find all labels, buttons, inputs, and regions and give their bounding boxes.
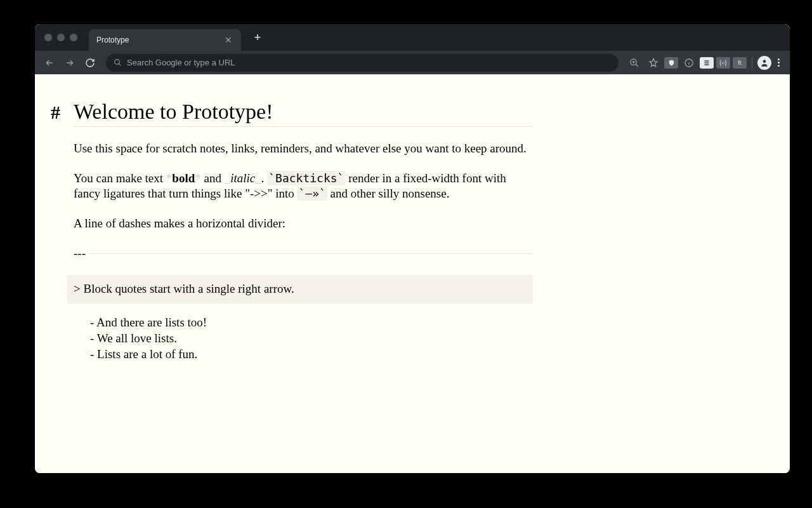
- hr-line: [88, 253, 533, 254]
- close-window-icon[interactable]: [44, 34, 52, 41]
- extension-ft-icon[interactable]: ft: [733, 57, 747, 69]
- close-tab-icon[interactable]: ✕: [223, 35, 233, 45]
- list-item[interactable]: Lists are a lot of fun.: [90, 347, 533, 363]
- bookmark-icon[interactable]: [645, 55, 662, 71]
- bold-marker-close: *: [195, 171, 201, 185]
- paragraph-intro[interactable]: Use this space for scratch notes, links,…: [74, 141, 533, 157]
- horizontal-rule[interactable]: ---: [74, 246, 533, 262]
- toolbar-divider: [752, 57, 752, 69]
- profile-avatar[interactable]: [757, 56, 771, 70]
- search-icon: [114, 58, 122, 67]
- page-title[interactable]: Welcome to Prototype!: [74, 100, 533, 127]
- back-button[interactable]: [41, 55, 58, 71]
- info-icon[interactable]: [681, 55, 697, 71]
- reload-button[interactable]: [82, 55, 98, 71]
- italic-text: italic: [230, 171, 255, 185]
- extension-reader-icon[interactable]: [700, 57, 714, 69]
- new-tab-button[interactable]: +: [250, 31, 265, 44]
- document-body[interactable]: Use this space for scratch notes, links,…: [74, 141, 533, 362]
- browser-tab[interactable]: Prototype ✕: [89, 29, 241, 51]
- list-item[interactable]: And there are lists too!: [90, 315, 533, 331]
- window-controls[interactable]: [44, 34, 77, 41]
- blockquote[interactable]: > Block quotes start with a single right…: [67, 275, 533, 304]
- document: # Welcome to Prototype! Use this space f…: [51, 100, 533, 362]
- forward-button[interactable]: [62, 55, 78, 71]
- italic-marker-close: _: [255, 171, 261, 185]
- bold-marker-open: *: [166, 171, 173, 185]
- omnibox-placeholder: Search Google or type a URL: [127, 58, 235, 67]
- list-item[interactable]: We all love lists.: [90, 331, 533, 347]
- browser-window: Prototype ✕ + Search Google or type a UR…: [35, 24, 790, 473]
- extension-braces-icon[interactable]: {=}: [716, 57, 730, 69]
- bold-text: bold: [172, 171, 195, 185]
- bullet-list[interactable]: And there are lists too! We all love lis…: [90, 315, 533, 362]
- tab-bar: Prototype ✕ +: [35, 24, 790, 51]
- maximize-window-icon[interactable]: [70, 34, 77, 41]
- minimize-window-icon[interactable]: [57, 34, 65, 41]
- extension-shield-icon[interactable]: [664, 57, 678, 69]
- toolbar-right: {=} ft: [626, 55, 783, 71]
- heading-row: # Welcome to Prototype!: [51, 100, 533, 127]
- zoom-icon[interactable]: [626, 55, 643, 71]
- code-span-2: `—»`: [297, 186, 327, 201]
- svg-point-3: [763, 60, 766, 63]
- address-bar[interactable]: Search Google or type a URL: [106, 54, 619, 72]
- italic-marker-open: _: [225, 171, 231, 185]
- paragraph-formatting[interactable]: You can make text *bold* and _italic_. `…: [74, 171, 533, 202]
- svg-point-0: [115, 60, 120, 65]
- paragraph-divider-intro[interactable]: A line of dashes makes a horizontal divi…: [74, 216, 533, 232]
- hr-marker: ---: [74, 246, 86, 262]
- page-content[interactable]: # Welcome to Prototype! Use this space f…: [35, 74, 790, 473]
- toolbar: Search Google or type a URL {=} ft: [35, 51, 790, 74]
- heading-marker: #: [51, 102, 74, 123]
- browser-menu-icon[interactable]: [774, 58, 783, 67]
- code-span-1: `Backticks`: [267, 171, 345, 185]
- tab-title: Prototype: [96, 36, 223, 44]
